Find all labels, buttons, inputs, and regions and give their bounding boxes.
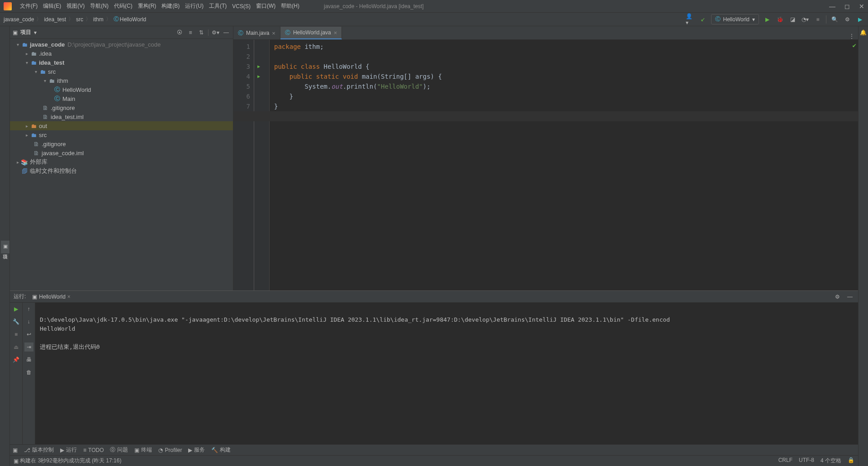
run-line-icon[interactable]: ▶ xyxy=(254,62,263,71)
menu-vcs[interactable]: VCS(S) xyxy=(229,1,253,11)
menu-edit[interactable]: 编辑(E) xyxy=(40,0,64,12)
project-tree[interactable]: ▾🖿 javase_code D:\project\java_project\j… xyxy=(10,39,233,176)
fold-gutter[interactable] xyxy=(263,40,270,290)
run-console[interactable]: D:\develop\Java\jdk-17.0.5\bin\java.exe … xyxy=(35,303,858,444)
breadcrumb-item[interactable]: HelloWorld xyxy=(120,16,146,23)
tree-item-file[interactable]: 🗎 .gitignore xyxy=(10,139,233,148)
code-editor[interactable]: 12345678 ▶ ▶ package ithm; public class … xyxy=(233,40,858,290)
tree-root[interactable]: ▾🖿 javase_code D:\project\java_project\j… xyxy=(10,40,233,49)
tree-item-out[interactable]: ▸🖿 out xyxy=(10,121,233,130)
inspection-ok-icon[interactable]: ✔ xyxy=(853,42,856,49)
status-line-sep[interactable]: CRLF xyxy=(778,457,792,465)
breadcrumb-item[interactable]: javase_code xyxy=(4,16,34,23)
pin-icon[interactable]: 📌 xyxy=(12,355,21,364)
menu-help[interactable]: 帮助(H) xyxy=(278,0,302,12)
run-tab[interactable]: ▣ HelloWorld × xyxy=(29,293,73,301)
collapse-all-icon[interactable]: ⇅ xyxy=(197,29,205,36)
tool-vcs[interactable]: ⎇ 版本控制 xyxy=(24,446,54,454)
menu-tools[interactable]: 工具(T) xyxy=(206,0,229,12)
codewithme-icon[interactable]: ▶ xyxy=(855,15,864,24)
stop-button[interactable]: ■ xyxy=(12,330,21,339)
breadcrumb-item[interactable]: ithm xyxy=(93,16,104,23)
down-icon[interactable]: ↓ xyxy=(24,317,33,326)
tree-item-idea[interactable]: ▸🖿 .idea xyxy=(10,49,233,58)
gear-icon[interactable]: ⚙ xyxy=(833,292,842,301)
tool-tab-project[interactable]: ▣ 项目 xyxy=(1,241,9,253)
menu-run[interactable]: 运行(U) xyxy=(182,0,206,12)
run-button[interactable]: ▶ xyxy=(763,15,772,24)
minimize-icon[interactable]: — xyxy=(829,3,835,10)
notifications-icon[interactable]: 🔔 xyxy=(859,28,868,37)
tool-run[interactable]: ▶ 运行 xyxy=(60,446,77,454)
tree-item-src[interactable]: ▾🖿 src xyxy=(10,67,233,76)
clear-icon[interactable]: 🗑 xyxy=(24,368,33,377)
rerun-button[interactable]: ▶ xyxy=(12,304,21,314)
tree-item-class[interactable]: Ⓒ HelloWorld xyxy=(10,85,233,94)
stop-button[interactable]: ■ xyxy=(813,15,822,24)
search-icon[interactable]: 🔍 xyxy=(830,15,839,24)
tree-item-file[interactable]: 🗎 .gitignore xyxy=(10,103,233,112)
close-icon[interactable]: ✕ xyxy=(859,3,864,10)
editor-tab[interactable]: Ⓒ HelloWorld.java × xyxy=(280,27,342,39)
tool-window-square-icon[interactable]: ▣ xyxy=(13,447,18,453)
menu-view[interactable]: 视图(V) xyxy=(64,0,87,12)
tree-item-src-outer[interactable]: ▸🖿 src xyxy=(10,130,233,139)
tool-problems[interactable]: ⓪ 问题 xyxy=(110,446,128,454)
run-config-selector[interactable]: Ⓒ HelloWorld ▾ xyxy=(711,14,759,24)
tree-item-module[interactable]: ▾🖿 idea_test xyxy=(10,58,233,67)
run-gutter[interactable]: ▶ ▶ xyxy=(254,40,263,290)
close-tab-icon[interactable]: × xyxy=(334,29,337,36)
tree-item-package[interactable]: ▾🖿 ithm xyxy=(10,76,233,85)
close-icon[interactable]: × xyxy=(67,294,71,300)
exit-icon[interactable]: ⏏ xyxy=(12,342,21,352)
project-tool-window[interactable]: ▣ 项目 ▾ ⦿ ≡ ⇅ ⚙▾ — ▾🖿 javase_code D:\proj… xyxy=(10,26,233,290)
status-indent[interactable]: 4 个空格 xyxy=(821,457,841,465)
hide-icon[interactable]: — xyxy=(845,292,854,301)
expand-all-icon[interactable]: ≡ xyxy=(186,29,194,36)
tool-services[interactable]: ▶ 服务 xyxy=(188,446,205,454)
project-view-icon[interactable]: ▣ xyxy=(13,29,18,36)
menu-file[interactable]: 文件(F) xyxy=(17,0,40,12)
debug-button[interactable]: 🐞 xyxy=(775,15,784,24)
vcs-update-icon[interactable]: ↙ xyxy=(698,15,707,24)
maximize-icon[interactable]: ◻ xyxy=(844,3,850,10)
settings-icon[interactable]: ⚙ xyxy=(843,15,852,24)
tree-item-extlib[interactable]: ▸📚 外部库 xyxy=(10,157,233,166)
tree-item-file[interactable]: 🗎 idea_test.iml xyxy=(10,112,233,121)
tool-profiler[interactable]: ◔ Profiler xyxy=(158,447,182,453)
run-line-icon[interactable]: ▶ xyxy=(254,71,263,81)
softwrap-icon[interactable]: ↩ xyxy=(24,330,33,339)
breadcrumb-item[interactable]: src xyxy=(76,16,83,23)
tool-terminal[interactable]: ▣ 终端 xyxy=(134,446,152,454)
user-icon[interactable]: 👤▾ xyxy=(686,15,695,24)
menu-code[interactable]: 代码(C) xyxy=(111,0,135,12)
status-lock-icon[interactable]: 🔒 xyxy=(848,457,854,465)
status-encoding[interactable]: UTF-8 xyxy=(799,457,814,465)
menu-build[interactable]: 构建(B) xyxy=(159,0,182,12)
editor-tab[interactable]: Ⓒ Main.java × xyxy=(233,27,280,39)
locate-icon[interactable]: ⦿ xyxy=(175,29,184,36)
menu-window[interactable]: 窗口(W) xyxy=(253,0,278,12)
tool-tab-structure[interactable]: 结构 xyxy=(0,244,1,250)
up-icon[interactable]: ↑ xyxy=(24,304,33,314)
code-content[interactable]: package ithm; public class HelloWorld { … xyxy=(270,40,858,290)
hide-icon[interactable]: — xyxy=(222,29,230,36)
tree-item-class[interactable]: Ⓒ Main xyxy=(10,94,233,103)
breadcrumb-item[interactable]: idea_test xyxy=(44,16,66,23)
coverage-button[interactable]: ◪ xyxy=(788,15,797,24)
wrench-icon[interactable]: 🔧 xyxy=(12,317,21,326)
tree-item-scratch[interactable]: 🗐 临时文件和控制台 xyxy=(10,166,233,176)
tree-item-file[interactable]: 🗎 javase_code.iml xyxy=(10,148,233,157)
close-tab-icon[interactable]: × xyxy=(272,30,275,37)
scroll-end-icon[interactable]: ⇥ xyxy=(24,342,33,352)
gear-icon[interactable]: ⚙▾ xyxy=(211,29,219,36)
print-icon[interactable]: 🖶 xyxy=(24,355,33,364)
profile-button[interactable]: ◔▾ xyxy=(801,15,810,24)
tool-build[interactable]: 🔨 构建 xyxy=(211,446,231,454)
status-events-icon[interactable]: ▣ xyxy=(14,458,19,464)
chevron-down-icon[interactable]: ▾ xyxy=(34,29,37,36)
tool-todo[interactable]: ≡ TODO xyxy=(83,447,104,453)
menu-refactor[interactable]: 重构(R) xyxy=(135,0,159,12)
menu-navigate[interactable]: 导航(N) xyxy=(87,0,111,12)
more-icon[interactable]: ⋮ xyxy=(849,33,854,39)
